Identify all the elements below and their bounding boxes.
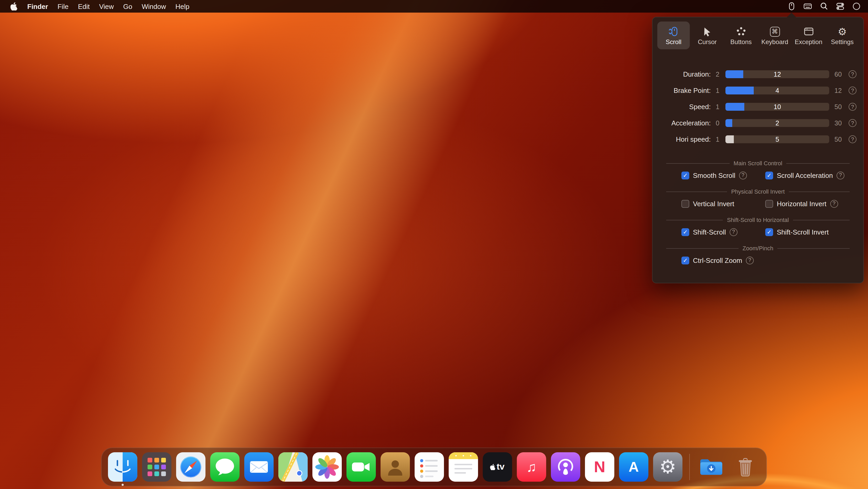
checkbox[interactable]: ✓ [765, 171, 773, 179]
dock-finder-icon[interactable] [108, 452, 137, 482]
dock-podcasts-icon[interactable] [551, 452, 580, 482]
dock-music-icon[interactable]: ♫ [517, 452, 546, 482]
dock-downloads-folder-icon[interactable] [696, 452, 726, 482]
dock-news-icon[interactable]: N [585, 452, 614, 482]
checkbox-vertical-invert[interactable]: ✓ Vertical Invert ? [681, 197, 734, 210]
speed-slider[interactable]: 10 [725, 103, 829, 111]
help-icon[interactable]: ? [730, 228, 738, 236]
dock-launchpad-icon[interactable] [142, 452, 172, 482]
section-title: Zoom/Pinch [742, 245, 773, 251]
slider-max: 12 [830, 87, 846, 94]
checkbox[interactable]: ✓ [765, 228, 773, 236]
slider-min: 2 [711, 70, 724, 78]
help-icon[interactable]: ? [848, 87, 857, 94]
help-icon[interactable]: ? [837, 171, 844, 179]
tab-exception[interactable]: Exception [792, 22, 825, 49]
dock-reminders-icon[interactable] [414, 452, 444, 482]
menu-go[interactable]: Go [119, 2, 137, 10]
slider-min: 1 [711, 136, 724, 143]
command-key-icon: ⌘ [769, 26, 780, 37]
dock-photos-icon[interactable] [312, 452, 342, 482]
checkbox-shift-scroll[interactable]: ✓ Shift-Scroll ? [681, 225, 738, 239]
apple-menu[interactable] [5, 2, 23, 10]
checkbox[interactable]: ✓ [681, 256, 689, 264]
slider-value: 5 [725, 135, 829, 143]
tab-keyboard[interactable]: ⌘ Keyboard [758, 22, 791, 49]
dock-notes-icon[interactable] [449, 452, 478, 482]
panel-tabs: Scroll Cursor Buttons ⌘ [657, 22, 859, 49]
checkbox-row: ✓ Vertical Invert ? ✓ Horizontal Invert … [666, 197, 850, 210]
apple-logo-icon [10, 2, 17, 10]
checkbox-scroll-acceleration[interactable]: ✓ Scroll Acceleration ? [765, 168, 844, 182]
apple-logo-icon [490, 464, 496, 470]
check-icon: ✓ [767, 229, 772, 235]
checkbox-row: ✓ Ctrl-Scroll Zoom ? [666, 253, 850, 267]
help-icon[interactable]: ? [739, 171, 747, 179]
dock-maps-icon[interactable] [278, 452, 308, 482]
tab-settings[interactable]: ⚙ Settings [826, 22, 859, 49]
help-icon[interactable]: ? [746, 256, 754, 264]
section-divider-physical-scroll-invert: Physical Scroll Invert [666, 187, 850, 196]
tv-glyph: tv [497, 462, 504, 472]
dock-contacts-icon[interactable] [380, 452, 410, 482]
spotlight-search-icon[interactable] [818, 1, 830, 11]
checkbox-row: ✓ Smooth Scroll ? ✓ Scroll Acceleration … [666, 168, 850, 182]
hori-speed-slider[interactable]: 5 [725, 135, 829, 143]
help-icon[interactable]: ? [848, 103, 857, 111]
dock-facetime-icon[interactable] [346, 452, 376, 482]
menu-view[interactable]: View [94, 2, 119, 10]
dock-apple-tv-icon[interactable]: tv [483, 452, 512, 482]
slider-group: Duration: 2 12 60 ? Brake Point: 1 4 12 … [653, 66, 863, 147]
tab-scroll[interactable]: Scroll [657, 22, 690, 49]
brake-point-slider[interactable]: 4 [725, 87, 829, 94]
menu-help[interactable]: Help [170, 2, 194, 10]
help-icon[interactable]: ? [848, 119, 857, 127]
slider-min: 0 [711, 119, 724, 127]
section-title: Main Scroll Control [734, 160, 782, 166]
checkbox-horizontal-invert[interactable]: ✓ Horizontal Invert ? [765, 197, 838, 210]
app-window-icon [803, 26, 814, 37]
app-store-glyph: A [619, 452, 648, 482]
checkbox[interactable]: ✓ [681, 200, 689, 207]
slider-row-brake-point: Brake Point: 1 4 12 ? [653, 82, 863, 98]
dock-messages-icon[interactable] [210, 452, 240, 482]
slider-label: Duration: [660, 70, 711, 78]
section-title: Shift-Scroll to Horizontal [727, 217, 789, 223]
active-app-name[interactable]: Finder [23, 2, 53, 10]
dock-safari-icon[interactable] [176, 452, 206, 482]
checkbox-shift-scroll-invert[interactable]: ✓ Shift-Scroll Invert ? [765, 225, 829, 239]
slider-row-hori-speed: Hori speed: 1 5 50 ? [653, 131, 863, 147]
menu-bar: Finder File Edit View Go Window Help [0, 0, 868, 12]
mouse-utility-menubar-icon[interactable] [785, 1, 798, 11]
duration-slider[interactable]: 12 [725, 70, 829, 78]
check-icon: ✓ [683, 172, 688, 178]
keyboard-input-icon[interactable] [801, 1, 814, 11]
tab-buttons[interactable]: Buttons [725, 22, 757, 49]
checkbox[interactable]: ✓ [765, 200, 773, 207]
status-circle-icon[interactable] [850, 1, 863, 11]
dock-mail-icon[interactable] [244, 452, 274, 482]
slider-value: 12 [725, 70, 829, 78]
menu-edit[interactable]: Edit [73, 2, 94, 10]
help-icon[interactable]: ? [830, 200, 838, 207]
checkbox[interactable]: ✓ [681, 171, 689, 179]
menu-file[interactable]: File [53, 2, 73, 10]
control-center-icon[interactable] [834, 1, 846, 11]
slider-min: 1 [711, 103, 724, 110]
dock-trash-icon[interactable] [731, 452, 760, 482]
dock-divider [689, 454, 690, 480]
checkbox-ctrl-scroll-zoom[interactable]: ✓ Ctrl-Scroll Zoom ? [681, 253, 754, 267]
slider-max: 30 [830, 119, 846, 127]
tab-cursor[interactable]: Cursor [691, 22, 723, 49]
popover-arrow [787, 12, 796, 17]
slider-label: Speed: [660, 103, 711, 111]
checkbox[interactable]: ✓ [681, 228, 689, 236]
slider-row-acceleration: Acceleration: 0 2 30 ? [653, 115, 863, 131]
help-icon[interactable]: ? [848, 70, 857, 78]
acceleration-slider[interactable]: 2 [725, 119, 829, 127]
menu-window[interactable]: Window [137, 2, 171, 10]
dock-app-store-icon[interactable]: A [619, 452, 648, 482]
checkbox-smooth-scroll[interactable]: ✓ Smooth Scroll ? [681, 168, 747, 182]
help-icon[interactable]: ? [848, 135, 857, 143]
dock-system-settings-icon[interactable]: ⚙ [653, 452, 682, 482]
